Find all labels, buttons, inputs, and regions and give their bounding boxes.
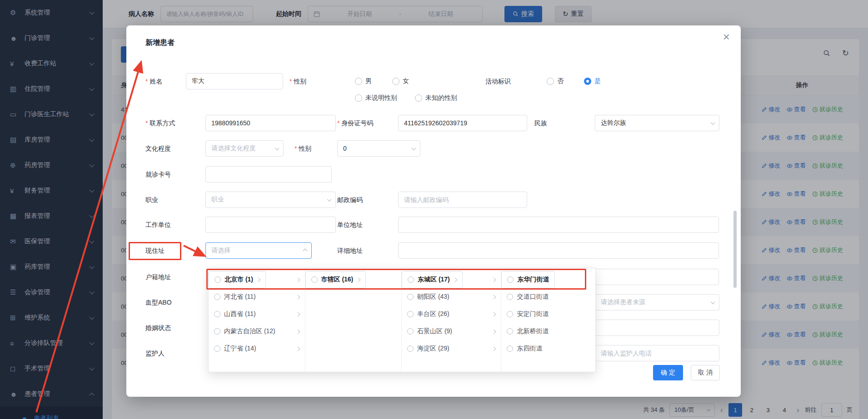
blood-type-label: 血型ABO <box>145 294 172 311</box>
chevron-right-icon <box>492 329 496 334</box>
gender-option-female[interactable]: 女 <box>392 77 409 86</box>
cascader-option[interactable]: 北京市 (1) <box>209 271 266 288</box>
active-flag-no[interactable]: 否 <box>547 77 564 86</box>
gender-option-unknown[interactable]: 未知的性别 <box>415 94 457 103</box>
postcode-input[interactable] <box>398 192 527 208</box>
radio-icon <box>214 345 220 352</box>
radio-icon <box>214 311 220 317</box>
detail-address-label: 详细地址 <box>337 242 363 259</box>
radio-icon <box>408 276 414 283</box>
chevron-right-icon <box>492 295 496 299</box>
cascader-option[interactable]: 石景山区 (9) <box>402 323 501 340</box>
close-icon[interactable]: × <box>723 31 730 43</box>
detail-address-input[interactable] <box>398 242 719 259</box>
chevron-right-icon <box>356 277 361 282</box>
radio-icon <box>547 78 554 85</box>
address-cascader-dropdown: 北京市 (1) 天津市 (1) 河北省 (11) 山西省 <box>208 268 596 372</box>
cascader-option[interactable]: 东四街道 <box>501 340 595 357</box>
ethnic-select[interactable]: 达斡尔族 <box>595 115 719 131</box>
ethnic-label: 民族 <box>534 115 547 131</box>
gender-code-label: 性别 <box>294 140 311 157</box>
cascader-option[interactable]: 朝阳区 (43) <box>402 288 501 306</box>
chevron-down-icon <box>711 300 715 304</box>
employer-label: 工作单位 <box>145 217 171 233</box>
employer-address-label: 单位地址 <box>337 217 363 233</box>
guardian-label: 监护人 <box>145 345 165 361</box>
radio-icon <box>215 276 221 283</box>
cascader-option[interactable]: 东城区 (17) <box>402 271 463 288</box>
chevron-up-icon <box>303 248 308 253</box>
chevron-right-icon <box>295 277 300 282</box>
gender-option-male[interactable]: 男 <box>355 77 372 86</box>
cancel-button[interactable]: 取 消 <box>691 365 720 380</box>
active-flag-yes[interactable]: 是 <box>584 77 601 86</box>
chevron-right-icon <box>295 295 300 299</box>
chevron-right-icon <box>492 346 496 351</box>
radio-icon <box>355 78 362 85</box>
chevron-right-icon <box>453 277 457 282</box>
cascader-option[interactable]: 内蒙古自治区 (12) <box>209 323 305 340</box>
cascader-option[interactable]: 海淀区 (29) <box>402 340 501 357</box>
radio-icon <box>407 311 414 317</box>
cascader-district-column: 东城区 (17) 西城区 (15) 朝阳区 (43) 丰台 <box>402 268 501 372</box>
chevron-right-icon <box>295 329 300 334</box>
employer-input[interactable] <box>205 217 336 233</box>
id-number-label: 身份证号码 <box>337 115 373 131</box>
cascader-option[interactable]: 丰台区 (26) <box>402 306 501 323</box>
chevron-right-icon <box>295 312 300 316</box>
name-input[interactable] <box>186 73 283 89</box>
registered-address-label: 户籍地址 <box>145 269 171 285</box>
cascader-option[interactable]: 交道口街道 <box>501 288 595 306</box>
radio-icon <box>407 294 414 300</box>
patient-source-select[interactable]: 请选择患者来源 <box>595 294 719 311</box>
guardian-phone-input[interactable] <box>595 345 719 361</box>
modal-scrollbar[interactable] <box>733 211 737 288</box>
education-label: 文化程度 <box>145 140 171 157</box>
cascader-option[interactable]: 河北省 (11) <box>209 288 305 306</box>
radio-icon <box>507 328 513 335</box>
cascader-option[interactable]: 北新桥街道 <box>501 323 595 340</box>
radio-icon <box>392 78 399 85</box>
occupation-select[interactable]: 职业 <box>205 192 336 208</box>
cascader-option[interactable]: 山西省 (11) <box>209 306 305 323</box>
visit-card-label: 就诊卡号 <box>145 166 171 182</box>
radio-icon <box>507 294 513 300</box>
marital-status-input[interactable] <box>595 320 719 336</box>
gender-code-select[interactable]: 0 <box>337 140 420 157</box>
marital-status-label: 婚姻状态 <box>145 320 171 336</box>
radio-icon <box>507 276 514 283</box>
contact-label: 联系方式 <box>145 115 175 131</box>
chevron-down-icon <box>327 197 332 202</box>
id-number-input[interactable] <box>398 115 527 131</box>
modal-title: 新增患者 <box>145 38 175 48</box>
education-select[interactable]: 请选择文化程度 <box>205 140 284 157</box>
name-label: 姓名 <box>145 73 162 89</box>
chevron-down-icon <box>711 120 715 125</box>
screen: ⚙ 系统管理 ☻ 门诊管理 ¥ 收费工作站 ▥ <box>0 0 868 419</box>
radio-icon <box>507 311 513 317</box>
postcode-label: 邮政编码 <box>337 192 363 208</box>
cascader-option[interactable]: 市辖区 (16) <box>305 271 366 288</box>
cascader-option[interactable]: 安定门街道 <box>501 306 595 323</box>
chevron-right-icon <box>295 346 300 351</box>
confirm-button[interactable]: 确 定 <box>653 365 683 380</box>
radio-icon <box>415 94 422 102</box>
visit-card-input[interactable] <box>205 166 332 182</box>
current-address-cascader[interactable]: 请选择 <box>205 242 312 259</box>
radio-checked-icon <box>584 78 591 85</box>
cascader-province-column: 北京市 (1) 天津市 (1) 河北省 (11) 山西省 <box>209 268 305 372</box>
chevron-right-icon <box>492 277 496 282</box>
contact-input[interactable] <box>205 115 336 131</box>
gender-option-unspecified[interactable]: 未说明性别 <box>355 94 397 103</box>
current-address-label: 现住址 <box>145 242 165 259</box>
chevron-down-icon <box>412 146 416 150</box>
cascader-city-column: 市辖区 (16) <box>305 268 402 372</box>
radio-icon <box>214 294 220 300</box>
radio-icon <box>355 94 362 102</box>
radio-icon <box>507 345 513 352</box>
radio-icon <box>214 328 220 335</box>
employer-address-input[interactable] <box>398 217 719 233</box>
cascader-option[interactable]: 辽宁省 (14) <box>209 340 305 357</box>
cascader-option[interactable]: 东华门街道 <box>501 271 555 288</box>
radio-icon <box>407 345 414 352</box>
